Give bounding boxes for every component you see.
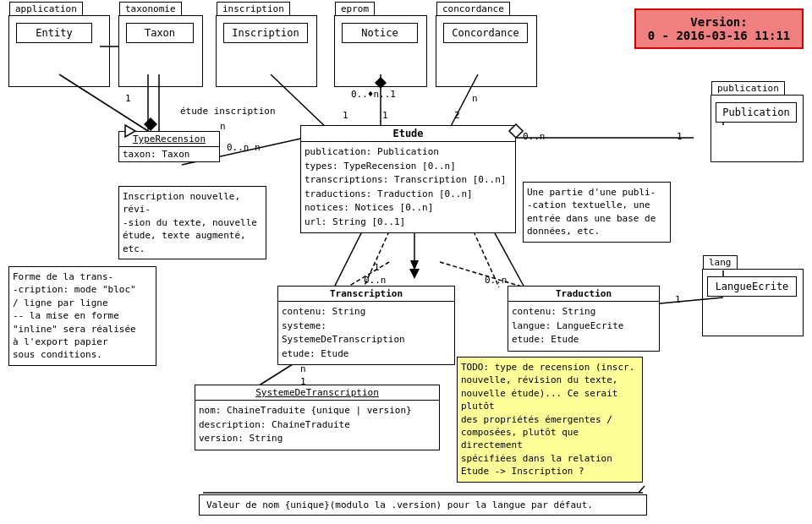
etude-body: publication: Publication types: TypeRece… — [301, 142, 515, 232]
package-eprom: eprom — [335, 2, 375, 15]
note-todo: TODO: type de recension (inscr.nouvelle,… — [457, 357, 643, 483]
svg-line-20 — [440, 262, 524, 287]
mult-2: 2 — [454, 110, 460, 121]
etude-attr-1: types: TypeRecension [0..n] — [304, 160, 512, 174]
mult-1b: 1 — [343, 110, 348, 121]
note-publication: Une partie d'une publi--cation textuelle… — [523, 182, 671, 243]
mult-0n-trans: 0..n — [364, 275, 387, 286]
etude-attr-0: publication: Publication — [304, 145, 512, 160]
mult-nc: n — [472, 93, 478, 104]
etude-attr-3: traductions: Traduction [0..n] — [304, 188, 512, 202]
version-box: Version: 0 - 2016-03-16 11:11 — [634, 8, 804, 49]
mult-0n-n: 0..n n — [227, 142, 261, 153]
package-application: application — [9, 2, 83, 15]
class-notice: Notice — [342, 23, 418, 43]
systeme-body: nom: ChaineTraduite {unique | version} d… — [195, 401, 439, 450]
etude-attr-2: transcriptions: Transcription [0..n] — [304, 173, 512, 188]
traduction-header: Traduction — [508, 287, 659, 302]
systeme-attr-2: version: String — [199, 432, 436, 446]
package-lang: lang — [703, 255, 738, 269]
package-concordance: concordance — [436, 2, 510, 15]
note-inscription: Inscription nouvelle, révi--sion du text… — [118, 186, 266, 259]
mult-0n-etude: 0..n — [523, 131, 546, 142]
transcription-body: contenu: String systeme: SystemeDeTransc… — [278, 302, 454, 364]
mult-1-lang: 1 — [675, 294, 681, 305]
type-recension-body: taxon: Taxon — [119, 147, 219, 161]
type-recension-header: TypeRecension — [119, 132, 219, 147]
traduction-attr-2: etude: Etude — [512, 333, 656, 347]
class-concordance: Concordance — [443, 23, 528, 43]
mult-1a: 1 — [125, 93, 131, 104]
svg-marker-23 — [144, 117, 157, 131]
class-taxon: Taxon — [126, 23, 194, 43]
version-label: Version: — [645, 15, 793, 29]
mult-0n-trad: 0..n — [485, 275, 508, 286]
systeme-attr-0: nom: ChaineTraduite {unique | version} — [199, 404, 436, 418]
mult-1c: 1 — [382, 110, 388, 121]
mult-1-pub: 1 — [677, 131, 683, 142]
mult-1-trans: 1 — [374, 262, 380, 273]
class-type-recension: TypeRecension taxon: Taxon — [118, 131, 220, 162]
transcription-attr-1: systeme: SystemeDeTranscription — [282, 319, 451, 347]
systeme-attr-1: description: ChaineTraduite — [199, 418, 436, 433]
mult-0n: 0..♦n..1 — [351, 89, 396, 100]
class-entity: Entity — [16, 23, 92, 43]
diagram-container: Version: 0 - 2016-03-16 11:11 applicatio… — [0, 0, 812, 524]
class-langue-ecrite: LangueEcrite — [707, 276, 797, 297]
transcription-attr-0: contenu: String — [282, 305, 451, 319]
svg-line-22 — [639, 486, 645, 493]
mult-n: n — [220, 121, 226, 132]
traduction-body: contenu: String langue: LangueEcrite etu… — [508, 302, 659, 351]
class-systeme-de-transcription: SystemeDeTranscription nom: ChaineTradui… — [195, 385, 440, 450]
traduction-attr-0: contenu: String — [512, 305, 656, 319]
package-inscription: inscription — [217, 2, 290, 15]
version-value: 0 - 2016-03-16 11:11 — [645, 29, 793, 42]
svg-marker-25 — [409, 269, 420, 279]
traduction-attr-1: langue: LangueEcrite — [512, 319, 656, 334]
etude-header: Etude — [301, 126, 515, 142]
note-transcription: Forme de la trans--cription: mode "bloc"… — [8, 266, 156, 366]
package-taxonomie: taxonomie — [119, 2, 182, 15]
class-publication: Publication — [716, 102, 797, 123]
class-etude: Etude publication: Publication types: Ty… — [300, 125, 516, 233]
package-publication: publication — [711, 81, 785, 95]
class-transcription: Transcription contenu: String systeme: S… — [277, 286, 455, 365]
class-inscription: Inscription — [223, 23, 308, 43]
mult-1-sys: 1 — [300, 376, 306, 387]
note-valeur: Valeur de nom {unique}(modulo la .versio… — [199, 494, 647, 516]
transcription-attr-2: etude: Etude — [282, 347, 451, 362]
systeme-header: SystemeDeTranscription — [195, 385, 439, 401]
transcription-header: Transcription — [278, 287, 454, 302]
mult-etude-inscription: étude inscription — [180, 106, 276, 117]
mult-n-sys: n — [300, 363, 306, 374]
class-traduction: Traduction contenu: String langue: Langu… — [508, 286, 660, 352]
etude-attr-4: notices: Notices [0..n] — [304, 201, 512, 216]
svg-marker-18 — [410, 260, 419, 270]
etude-attr-5: url: String [0..1] — [304, 216, 512, 230]
